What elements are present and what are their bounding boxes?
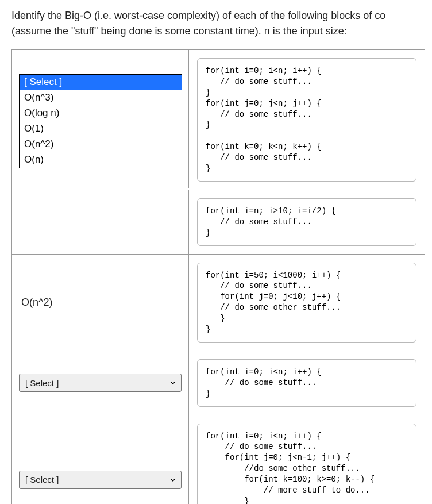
select-value: [ Select ]: [25, 378, 59, 388]
answer-cell-1: [ Select ] [ Select ] O(n^3) O(log n) O(…: [12, 50, 189, 188]
table-row: O(n^2) for(int i=50; i<1000; i++) { // d…: [12, 255, 425, 351]
question-prompt: Identify the Big-O (i.e. worst-case comp…: [11, 8, 432, 39]
select-4[interactable]: [ Select ]: [19, 374, 182, 392]
code-cell-4: for(int i=0; i<n; i++) { // do some stuf…: [189, 351, 425, 415]
code-block-5: for(int i=0; i<n; i++) { // do some stuf…: [197, 424, 416, 504]
code-block-3: for(int i=50; i<1000; i++) { // do some …: [197, 263, 416, 343]
dropdown-option[interactable]: O(n): [20, 152, 182, 168]
table-row: [ Select ] for(int i=0; i<n; i++) { // d…: [12, 351, 425, 415]
code-block-1: for(int i=0; i<n; i++) { // do some stuf…: [197, 58, 416, 182]
dropdown-option[interactable]: [ Select ]: [20, 75, 182, 90]
dropdown-option[interactable]: O(n^2): [20, 137, 182, 152]
answer-cell-4: [ Select ]: [12, 351, 189, 415]
code-cell-2: for(int i=n; i>10; i=i/2) { // do some s…: [189, 190, 425, 254]
dropdown-option[interactable]: O(n^3): [20, 90, 182, 106]
code-block-2: for(int i=n; i>10; i=i/2) { // do some s…: [197, 198, 416, 246]
answer-cell-5: [ Select ]: [12, 415, 189, 504]
prompt-line-2: (assume the "stuff" being done is some c…: [11, 24, 432, 39]
table-row: [ Select ] [ Select ] O(n^3) O(log n) O(…: [12, 50, 425, 190]
chevron-down-icon: [169, 476, 176, 483]
code-cell-1: for(int i=0; i<n; i++) { // do some stuf…: [189, 50, 425, 190]
select-value: [ Select ]: [25, 475, 59, 484]
answer-cell-3: O(n^2): [12, 255, 189, 351]
select-5[interactable]: [ Select ]: [19, 471, 182, 489]
table-row: for(int i=n; i>10; i=i/2) { // do some s…: [12, 190, 425, 255]
answer-3-value: O(n^2): [21, 297, 52, 309]
code-block-4: for(int i=0; i<n; i++) { // do some stuf…: [197, 359, 416, 407]
prompt-line-1: Identify the Big-O (i.e. worst-case comp…: [11, 10, 385, 21]
chevron-down-icon: [169, 379, 176, 386]
code-cell-3: for(int i=50; i<1000; i++) { // do some …: [189, 255, 425, 351]
dropdown-option[interactable]: O(1): [20, 121, 182, 137]
table-row: [ Select ] for(int i=0; i<n; i++) { // d…: [12, 415, 425, 504]
question-table: [ Select ] [ Select ] O(n^3) O(log n) O(…: [11, 49, 425, 504]
dropdown-option[interactable]: O(log n): [20, 106, 182, 121]
select-1-dropdown[interactable]: [ Select ] O(n^3) O(log n) O(1) O(n^2) O…: [19, 74, 182, 168]
code-cell-5: for(int i=0; i<n; i++) { // do some stuf…: [189, 415, 425, 504]
answer-cell-2: [12, 190, 189, 254]
